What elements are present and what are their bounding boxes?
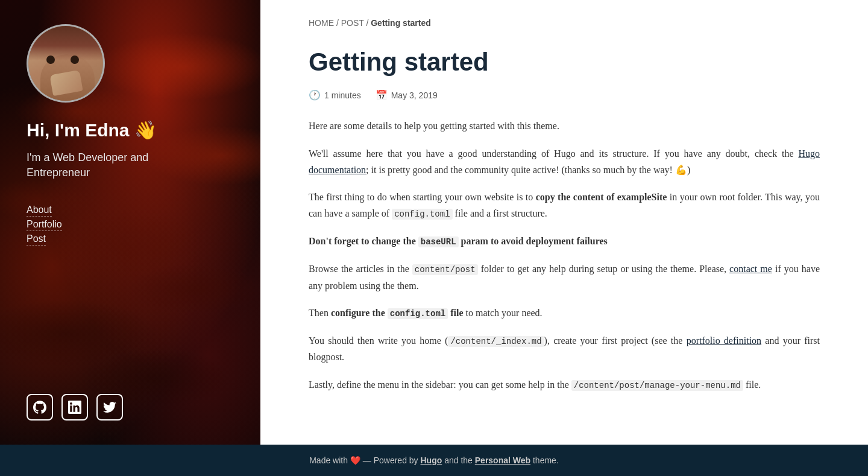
avatar-eye-right — [71, 56, 79, 64]
breadcrumb-post[interactable]: POST — [341, 18, 364, 28]
github-icon[interactable] — [27, 394, 53, 420]
post-p6: You should then write you home (/content… — [309, 332, 820, 366]
config-toml-code2: config.toml — [388, 308, 448, 319]
site-footer: Made with ❤️ — Powered by Hugo and the P… — [0, 445, 868, 476]
main-content: HOME / POST / Getting started Getting st… — [260, 0, 868, 445]
nav-link-post[interactable]: Post — [27, 233, 46, 246]
post-date: May 3, 2019 — [391, 90, 438, 100]
meta-date: 📅 May 3, 2019 — [376, 89, 438, 101]
theme-link[interactable]: Personal Web — [475, 455, 530, 465]
calendar-icon: 📅 — [376, 89, 388, 101]
greeting-title: Hi, I'm Edna 👋 — [27, 119, 234, 141]
config-toml-code: config.toml — [392, 209, 452, 220]
social-icons — [27, 394, 234, 420]
manage-menu-code: /content/post/manage-your-menu.md — [571, 380, 743, 391]
nav-menu: About Portfolio Post — [27, 205, 234, 244]
breadcrumb-sep1: / — [336, 18, 341, 28]
nav-link-portfolio[interactable]: Portfolio — [27, 219, 62, 231]
post-p1: We'll assume here that you have a good u… — [309, 145, 820, 178]
breadcrumb-current: Getting started — [371, 18, 431, 28]
post-p7: Lastly, define the menu in the sidebar: … — [309, 376, 820, 393]
nav-item-about[interactable]: About — [27, 205, 234, 215]
baseurl-code: baseURL — [418, 236, 459, 247]
footer-text: Made with ❤️ — Powered by Hugo and the P… — [24, 455, 844, 465]
sidebar-content: Hi, I'm Edna 👋 I'm a Web Developer andEn… — [27, 24, 234, 420]
breadcrumb-home[interactable]: HOME — [309, 18, 334, 28]
post-intro: Here are some details to help you gettin… — [309, 118, 820, 134]
index-md-code: /content/_index.md — [448, 336, 544, 347]
tagline: I'm a Web Developer andEntrepreneur — [27, 150, 234, 180]
avatar-image — [28, 24, 103, 103]
heart-icon: ❤️ — [350, 455, 360, 465]
post-p3: Don't forget to change the baseURL param… — [309, 233, 820, 250]
avatar-hand — [49, 70, 83, 96]
reading-time: 1 minutes — [324, 90, 361, 100]
avatar-eye-left — [46, 56, 55, 64]
nav-item-post[interactable]: Post — [27, 233, 234, 244]
clock-icon: 🕐 — [309, 89, 321, 101]
post-meta: 🕐 1 minutes 📅 May 3, 2019 — [309, 89, 820, 101]
post-body: Here are some details to help you gettin… — [309, 118, 820, 393]
twitter-icon[interactable] — [96, 394, 123, 420]
nav-link-about[interactable]: About — [27, 205, 52, 217]
avatar-hair — [28, 24, 103, 60]
nav-item-portfolio[interactable]: Portfolio — [27, 219, 234, 230]
copy-content-bold: copy the content of exampleSite — [536, 192, 667, 202]
p5-bold: configure the config.toml file — [331, 308, 464, 318]
post-title: Getting started — [309, 47, 820, 77]
post-p5: Then configure the config.toml file to m… — [309, 305, 820, 322]
contact-me-link[interactable]: contact me — [729, 264, 772, 274]
content-post-code: content/post — [412, 264, 478, 275]
avatar-eyes — [46, 56, 85, 66]
hugo-link[interactable]: Hugo — [421, 455, 442, 465]
meta-reading-time: 🕐 1 minutes — [309, 89, 361, 101]
p3-bold: Don't forget to change the baseURL param… — [309, 236, 608, 246]
post-p2: The first thing to do when starting your… — [309, 189, 820, 222]
sidebar: Hi, I'm Edna 👋 I'm a Web Developer andEn… — [0, 0, 260, 445]
linkedin-icon[interactable] — [61, 394, 88, 420]
portfolio-def-link[interactable]: portfolio definition — [687, 335, 761, 346]
post-p4: Browse the articles in the content/post … — [309, 261, 820, 294]
breadcrumb: HOME / POST / Getting started — [309, 18, 820, 28]
avatar — [27, 24, 105, 103]
